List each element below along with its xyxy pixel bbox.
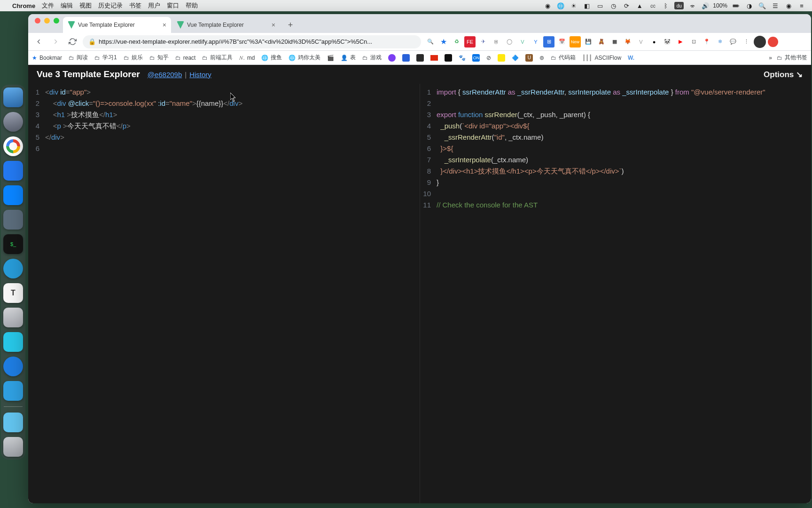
dock-textedit[interactable]: T <box>3 283 23 303</box>
forward-button[interactable] <box>49 35 62 48</box>
record-icon[interactable]: ◉ <box>543 2 552 9</box>
ext-recycle-icon[interactable]: ♻ <box>451 36 462 48</box>
spotlight-icon[interactable]: 🔍 <box>757 2 767 9</box>
ext-grid-icon[interactable]: ⊞ <box>543 36 554 48</box>
dock-app-blue[interactable] <box>3 161 23 181</box>
dock-preview[interactable] <box>3 210 23 230</box>
bookmark-folder[interactable]: 🗀学习1 <box>94 54 117 62</box>
dock-messenger[interactable] <box>3 381 23 401</box>
code-line[interactable]: 5</div> <box>28 132 420 143</box>
ext-qr-icon[interactable]: ▦ <box>609 36 620 48</box>
code-line[interactable]: 1import { ssrRenderAttr as _ssrRenderAtt… <box>420 87 811 98</box>
bookmark-star[interactable]: ★Bookmar <box>32 55 62 61</box>
bookmark-icon[interactable]: U <box>525 54 533 62</box>
bookmark-icon[interactable] <box>498 54 505 62</box>
bookmark-folder[interactable]: 🗀游戏 <box>362 54 382 62</box>
bookmark-icon[interactable]: ⊚ <box>539 55 544 61</box>
minimize-button[interactable] <box>44 18 50 24</box>
ext-v-icon[interactable]: V <box>517 36 528 48</box>
bookmark-icon[interactable]: ON <box>472 54 480 62</box>
ext-circle-icon[interactable]: ◯ <box>504 36 515 48</box>
bookmark-folder[interactable]: 🗀知乎 <box>149 54 169 62</box>
ext-bear-icon[interactable]: 🧸 <box>596 36 607 48</box>
code-line[interactable]: 6 <box>28 143 420 154</box>
bookmark-icon[interactable] <box>430 55 438 61</box>
sun-icon[interactable]: ☀ <box>569 2 578 9</box>
ext-y-icon[interactable]: Y <box>530 36 541 48</box>
bookmark-folder[interactable]: 🗀前端工具 <box>202 54 233 62</box>
bookmark-folder[interactable]: 🗀娱乐 <box>124 54 143 62</box>
ext-win-icon[interactable]: ⊡ <box>688 36 699 48</box>
bookmark-item[interactable]: 👤表 <box>341 54 356 62</box>
tab-close-icon[interactable]: × <box>163 21 166 29</box>
menubar-appname[interactable]: Chrome <box>12 2 35 9</box>
du-icon[interactable]: du <box>674 2 684 9</box>
ext-snow-icon[interactable]: ❄ <box>714 36 726 48</box>
output-editor[interactable]: 1import { ssrRenderAttr as _ssrRenderAtt… <box>420 84 811 503</box>
code-line[interactable]: 7 _ssrInterpolate(_ctx.name) <box>420 154 811 166</box>
tab-close-icon[interactable]: × <box>272 21 275 29</box>
back-button[interactable] <box>32 35 45 48</box>
ext-dot-icon[interactable]: ● <box>648 36 660 48</box>
address-bar[interactable]: 🔒 https://vue-next-template-explorer.net… <box>83 35 421 48</box>
menu-icon[interactable]: ≡ <box>797 2 806 9</box>
extensions-icon[interactable]: ⋮ <box>741 36 752 48</box>
bookmark-item[interactable]: 🎬 <box>327 55 334 61</box>
wifi-icon[interactable] <box>687 2 697 9</box>
dock-finder[interactable] <box>3 87 23 107</box>
bookmark-item[interactable]: 🌐鸡你太美 <box>289 54 320 62</box>
code-line[interactable]: 4 _push(`<div id="app"><div${ <box>420 120 811 132</box>
bookmark-icon[interactable] <box>388 54 396 62</box>
bookmark-folder[interactable]: 🗀阅读 <box>69 54 88 62</box>
other-bookmarks[interactable]: 🗀其他书签 <box>777 54 807 62</box>
options-button[interactable]: Options ↘ <box>764 70 803 79</box>
star-icon[interactable]: ★ <box>438 36 449 48</box>
timer-icon[interactable]: ◑ <box>744 2 754 9</box>
triangle-icon[interactable]: ▲ <box>635 2 644 9</box>
dock-chrome[interactable] <box>3 136 23 156</box>
dock-files[interactable] <box>3 413 23 432</box>
control-center-icon[interactable]: ☰ <box>771 2 780 9</box>
bookmark-overflow[interactable]: » <box>769 55 772 61</box>
maximize-button[interactable] <box>54 18 59 24</box>
bookmark-icon[interactable]: W. <box>628 55 634 61</box>
reload-button[interactable] <box>66 35 79 48</box>
dock-terminal[interactable]: $_ <box>3 234 23 254</box>
history-link[interactable]: History <box>189 71 211 79</box>
new-tab-button[interactable]: + <box>284 18 297 32</box>
window-icon[interactable]: ▭ <box>595 2 605 9</box>
tab-inactive[interactable]: Vue Template Explorer × <box>172 17 280 33</box>
tab-active[interactable]: Vue Template Explorer × <box>63 17 171 33</box>
bluetooth-icon[interactable]: ᛒ <box>661 2 671 9</box>
battery-icon[interactable] <box>731 2 741 9</box>
dock-vscode[interactable] <box>3 185 23 205</box>
code-line[interactable]: 5 _ssrRenderAttr("id", _ctx.name) <box>420 132 811 143</box>
bookmark-item[interactable]: 🗀代码箱 <box>551 54 576 62</box>
dock-launchpad[interactable] <box>3 112 23 132</box>
code-line[interactable]: 9} <box>420 177 811 188</box>
code-line[interactable]: 4 <p >今天天气真不错</p> <box>28 120 420 132</box>
code-line[interactable]: 3export function ssrRender(_ctx, _push, … <box>420 109 811 120</box>
ext-save-icon[interactable]: 💾 <box>583 36 594 48</box>
code-line[interactable]: 10 <box>420 188 811 199</box>
dock-cloud[interactable] <box>3 332 23 352</box>
ext-paper-icon[interactable]: ✈ <box>477 36 489 48</box>
sync-icon[interactable]: ⟳ <box>622 2 631 9</box>
menu-user[interactable]: 用户 <box>148 1 160 10</box>
template-editor[interactable]: 1<div id="app">2 <div @click="()=>consol… <box>28 84 420 503</box>
clock-icon[interactable]: ◷ <box>609 2 618 9</box>
code-line[interactable]: 1<div id="app"> <box>28 87 420 98</box>
commit-link[interactable]: @e68209b <box>148 71 182 79</box>
update-icon[interactable] <box>768 37 778 47</box>
bookmark-icon[interactable] <box>445 54 452 62</box>
ext-fox-icon[interactable]: 🦊 <box>622 36 633 48</box>
ext-vgrey-icon[interactable]: V <box>635 36 647 48</box>
ext-panda-icon[interactable]: 🐼 <box>662 36 673 48</box>
code-line[interactable]: 8 }</div><h1>技术摸鱼</h1><p>今天天气真不错</p></di… <box>420 166 811 177</box>
cc-icon[interactable]: ㏄ <box>648 2 657 9</box>
bookmark-icon[interactable] <box>416 54 424 62</box>
dock-hint[interactable] <box>3 357 23 376</box>
code-line[interactable]: 11// Check the console for the AST <box>420 199 811 211</box>
ext-fe-icon[interactable]: FE <box>464 36 476 48</box>
code-line[interactable]: 6 }>${ <box>420 143 811 154</box>
